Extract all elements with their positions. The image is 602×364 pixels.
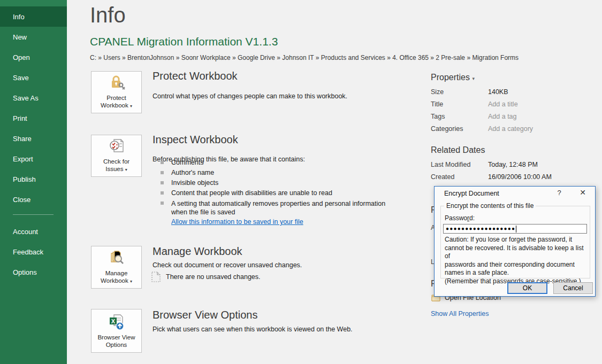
- svg-text:X: X: [111, 317, 115, 324]
- property-label: Title: [431, 100, 443, 108]
- sidebar-item-label: Print: [13, 114, 27, 122]
- lock-key-icon: [108, 74, 126, 91]
- ok-button-label: OK: [523, 284, 532, 292]
- sidebar-item-save-as[interactable]: Save As: [0, 88, 67, 108]
- button-label: Check for: [103, 158, 129, 165]
- sidebar-item-share[interactable]: Share: [0, 128, 67, 149]
- excel-backstage-info: Info New Open Save Save As Print Share E…: [0, 0, 602, 364]
- browser-view-options-button[interactable]: X Browser View Options: [91, 309, 142, 353]
- property-value-size: 140KB: [488, 88, 508, 96]
- sidebar-item-save[interactable]: Save: [0, 67, 67, 88]
- help-icon[interactable]: ?: [554, 189, 564, 198]
- check-for-issues-button[interactable]: Check for Issues ▾: [91, 135, 142, 177]
- button-label: Protect: [106, 95, 126, 101]
- allow-info-saved-link[interactable]: Allow this information to be saved in yo…: [171, 218, 303, 226]
- sidebar-item-options[interactable]: Options: [0, 262, 67, 282]
- sidebar-top-strip: [0, 0, 67, 6]
- unsaved-document-icon: [151, 272, 161, 282]
- section-desc-protect: Control what types of changes people can…: [153, 92, 347, 100]
- property-label: Last Modified: [431, 161, 470, 168]
- button-label: Issues: [105, 166, 123, 172]
- cancel-button-label: Cancel: [563, 284, 583, 292]
- inspect-document-icon: [108, 138, 126, 155]
- dropdown-caret-icon: ▾: [472, 76, 475, 81]
- list-item: Invisible objects: [161, 179, 439, 187]
- section-title-inspect: Inspect Workbook: [153, 134, 238, 146]
- property-label: Created: [431, 173, 454, 181]
- add-tag-field[interactable]: Add a tag: [488, 113, 517, 120]
- sidebar-item-label: Share: [13, 135, 32, 143]
- document-title: CPANEL Migration Information V1.1.3: [90, 35, 278, 48]
- sidebar-item-open[interactable]: Open: [0, 47, 67, 67]
- properties-heading[interactable]: Properties ▾: [431, 73, 475, 82]
- add-category-field[interactable]: Add a category: [488, 125, 533, 133]
- sidebar-item-label: Export: [13, 155, 33, 163]
- sidebar-item-info[interactable]: Info: [0, 6, 67, 27]
- encrypt-document-dialog: Encrypt Document ? ✕ Encrypt the content…: [434, 186, 596, 297]
- property-label: Size: [431, 88, 444, 96]
- manage-workbook-button[interactable]: Manage Workbook ▾: [91, 246, 142, 289]
- sidebar-item-close[interactable]: Close: [0, 189, 67, 210]
- button-label: Workbook: [101, 277, 128, 284]
- add-title-field[interactable]: Add a title: [488, 100, 518, 108]
- list-item: Content that people with disabilities ar…: [161, 189, 439, 197]
- protect-workbook-button[interactable]: Protect Workbook ▾: [91, 71, 142, 113]
- bullet-square-icon: [161, 202, 164, 205]
- sidebar-item-label: Info: [13, 13, 25, 21]
- dialog-title: Encrypt Document: [444, 190, 499, 197]
- sidebar-item-label: Save: [13, 74, 29, 82]
- sidebar-item-label: Close: [13, 196, 31, 204]
- last-modified-value: Today, 12:48 PM: [488, 161, 538, 168]
- button-label: Workbook: [101, 102, 128, 109]
- sidebar-item-label: Options: [13, 268, 37, 276]
- property-label: Tags: [431, 113, 445, 120]
- bullet-square-icon: [161, 191, 164, 195]
- no-unsaved-changes-row: There are no unsaved changes.: [151, 272, 261, 282]
- password-label: Password:: [445, 214, 475, 222]
- sidebar-item-label: Publish: [13, 175, 36, 183]
- bullet-square-icon: [161, 171, 164, 174]
- unsaved-status-text: There are no unsaved changes.: [166, 273, 261, 281]
- bullet-square-icon: [161, 181, 164, 184]
- button-label: Options: [106, 342, 127, 348]
- sidebar-item-account[interactable]: Account: [0, 221, 67, 242]
- manage-versions-icon: [108, 250, 126, 267]
- sidebar-item-feedback[interactable]: Feedback: [0, 242, 67, 262]
- button-label: Manage: [105, 270, 128, 276]
- dropdown-caret-icon: ▾: [130, 104, 132, 109]
- list-item-text: Author's name: [171, 169, 214, 176]
- sidebar-item-new[interactable]: New: [0, 27, 67, 47]
- show-all-properties-link[interactable]: Show All Properties: [431, 310, 489, 317]
- text-cursor: [516, 226, 516, 233]
- list-item: Author's name: [161, 169, 439, 176]
- dialog-titlebar[interactable]: Encrypt Document ? ✕: [435, 187, 595, 200]
- list-item-text: Content that people with disabilities ar…: [171, 189, 332, 197]
- sidebar-item-label: New: [13, 33, 27, 41]
- sidebar-item-label: Feedback: [13, 248, 43, 256]
- browser-view-icon: X: [108, 314, 126, 331]
- list-item-text: Comments: [171, 159, 203, 166]
- list-item: A setting that automatically removes pro…: [161, 199, 399, 216]
- breadcrumb: C: » Users » BrentonJohnson » Soonr Work…: [90, 54, 519, 61]
- sidebar-item-label: Save As: [13, 94, 39, 102]
- password-input[interactable]: ●●●●●●●●●●●●●●●●●●: [443, 224, 587, 234]
- dropdown-caret-icon: ▾: [125, 167, 127, 172]
- close-icon[interactable]: ✕: [577, 188, 589, 199]
- ok-button[interactable]: OK: [507, 282, 547, 294]
- cancel-button[interactable]: Cancel: [553, 282, 593, 294]
- list-item-text: A setting that automatically removes pro…: [171, 199, 399, 216]
- sidebar-item-label: Account: [13, 228, 38, 236]
- created-value: 16/09/2006 10:00 AM: [488, 173, 552, 181]
- sidebar-item-export[interactable]: Export: [0, 149, 67, 169]
- list-item: Comments: [161, 159, 439, 166]
- sidebar-item-print[interactable]: Print: [0, 108, 67, 128]
- bullet-square-icon: [161, 161, 164, 164]
- backstage-sidebar: Info New Open Save Save As Print Share E…: [0, 0, 67, 364]
- button-label: Browser View: [97, 334, 135, 340]
- section-desc-manage: Check out document or recover unsaved ch…: [153, 261, 302, 269]
- groupbox-label: Encrypt the contents of this file: [444, 202, 536, 210]
- page-title: Info: [90, 3, 126, 27]
- property-label: Categories: [431, 125, 463, 133]
- sidebar-item-publish[interactable]: Publish: [0, 169, 67, 189]
- list-item-text: Invisible objects: [171, 179, 218, 187]
